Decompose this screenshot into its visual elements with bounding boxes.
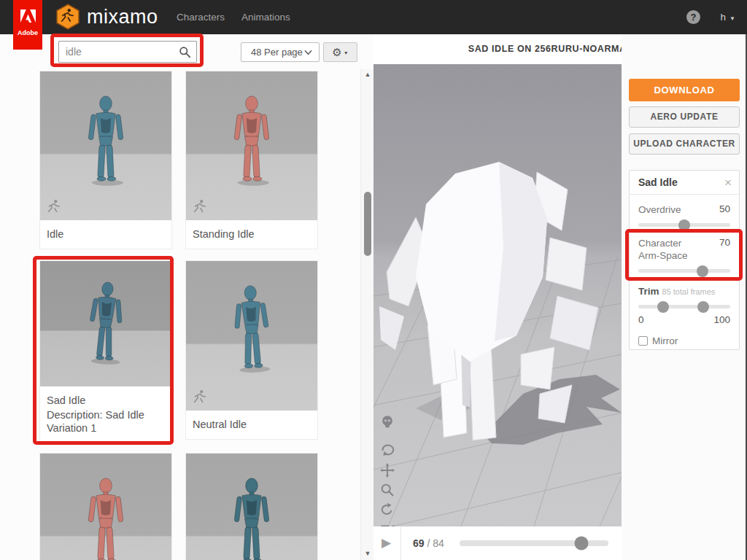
total-frames: 84 bbox=[433, 537, 444, 549]
3d-scene bbox=[374, 64, 622, 526]
top-navbar: mixamo Characters Animations ? h▼ bbox=[0, 0, 747, 34]
scroll-down-arrow[interactable]: ▼ bbox=[361, 550, 374, 557]
animation-thumbnail bbox=[40, 71, 171, 220]
runner-icon bbox=[192, 198, 208, 214]
reset-camera-icon[interactable] bbox=[379, 502, 395, 518]
scrollbar-thumb[interactable] bbox=[364, 192, 371, 256]
grid-scrollbar[interactable]: ▲ ▼ bbox=[360, 69, 374, 560]
animation-card-sad-idle[interactable]: Sad Idle Description: Sad Idle Variation… bbox=[40, 261, 171, 443]
right-sidebar: DOWNLOAD AERO UPDATE UPLOAD CHARACTER Sa… bbox=[622, 34, 747, 560]
brand-name: mixamo bbox=[87, 6, 158, 28]
trim-section: Trim85 total frames 0 100 bbox=[638, 284, 730, 325]
mannequin-figure bbox=[80, 475, 132, 560]
animation-thumbnail bbox=[40, 261, 171, 386]
user-menu[interactable]: h▼ bbox=[721, 0, 735, 34]
card-title: Sad Idle bbox=[47, 394, 165, 407]
card-description: Description: Sad Idle Variation 1 bbox=[47, 408, 165, 435]
search-icon[interactable] bbox=[179, 46, 191, 58]
mannequin-figure bbox=[80, 277, 132, 368]
runner-icon bbox=[192, 389, 208, 405]
overdrive-label: Overdrive bbox=[638, 203, 730, 216]
overdrive-value: 50 bbox=[719, 203, 730, 214]
trim-total-frames: 85 total frames bbox=[662, 287, 716, 296]
animation-card-neutral-idle[interactable]: Neutral Idle bbox=[186, 261, 317, 439]
mixamo-logo[interactable]: mixamo bbox=[55, 4, 158, 30]
card-title: Neutral Idle bbox=[193, 419, 247, 430]
trim-range-slider[interactable] bbox=[638, 305, 730, 308]
animation-card-idle[interactable]: Idle bbox=[40, 71, 171, 249]
adobe-logo[interactable]: Adobe bbox=[13, 0, 42, 50]
pan-icon[interactable] bbox=[379, 462, 395, 478]
animation-card-standing-idle[interactable]: Standing Idle bbox=[186, 71, 317, 249]
arm-space-thumb[interactable] bbox=[697, 265, 708, 277]
mannequin-figure bbox=[225, 93, 278, 189]
animation-thumbnail bbox=[186, 71, 317, 220]
card-title: Idle bbox=[47, 228, 63, 240]
mirror-row: Mirror bbox=[638, 335, 730, 346]
adobe-label: Adobe bbox=[18, 29, 38, 36]
overdrive-thumb[interactable] bbox=[678, 219, 690, 231]
mannequin-figure bbox=[80, 93, 132, 189]
nav-tab-characters[interactable]: Characters bbox=[177, 0, 225, 34]
upload-character-button[interactable]: UPLOAD CHARACTER bbox=[629, 133, 740, 155]
aero-update-button[interactable]: AERO UPDATE bbox=[629, 106, 740, 128]
animation-thumbnail bbox=[40, 454, 171, 560]
chevron-down-icon: ▼ bbox=[344, 50, 349, 55]
adobe-a-icon bbox=[20, 9, 36, 23]
per-page-select[interactable]: 48 Per page bbox=[241, 42, 320, 62]
character-3d-viewport[interactable] bbox=[374, 64, 622, 526]
mannequin-figure bbox=[225, 475, 278, 560]
divider bbox=[400, 526, 401, 560]
user-initial: h bbox=[721, 12, 727, 23]
arm-space-value: 70 bbox=[719, 237, 730, 248]
trim-start-thumb[interactable] bbox=[657, 301, 669, 313]
chevron-down-icon: ▼ bbox=[729, 15, 735, 22]
mirror-label: Mirror bbox=[652, 335, 678, 346]
download-button[interactable]: DOWNLOAD bbox=[629, 79, 740, 101]
trim-max-label: 100 bbox=[713, 314, 730, 325]
orbit-icon[interactable] bbox=[379, 442, 395, 458]
overdrive-slider[interactable] bbox=[638, 223, 730, 227]
gear-icon: ⚙ bbox=[332, 46, 341, 58]
runner-icon bbox=[46, 198, 62, 214]
chevron-down-icon bbox=[304, 50, 312, 55]
character-controls-icon[interactable] bbox=[379, 414, 395, 430]
animation-thumbnail bbox=[186, 454, 317, 560]
search-input[interactable] bbox=[66, 42, 175, 62]
animation-thumbnail bbox=[186, 261, 317, 411]
timeline-scrubber[interactable] bbox=[460, 540, 608, 546]
close-icon[interactable]: × bbox=[724, 171, 732, 195]
mixamo-hexagon-icon bbox=[55, 4, 80, 30]
per-page-value: 48 Per page bbox=[251, 47, 303, 58]
search-box bbox=[58, 41, 197, 63]
mirror-checkbox[interactable] bbox=[638, 336, 648, 346]
arm-space-slider[interactable] bbox=[638, 269, 730, 273]
zoom-icon[interactable] bbox=[379, 482, 395, 498]
scrubber-thumb[interactable] bbox=[575, 537, 589, 551]
arm-space-label: Character Arm-Space bbox=[638, 237, 703, 262]
animation-player-bar: ▶ 69 / 84 bbox=[374, 526, 622, 560]
play-button[interactable]: ▶ bbox=[382, 526, 391, 560]
nav-tab-animations[interactable]: Animations bbox=[241, 0, 290, 34]
panel-title: Sad Idle bbox=[638, 171, 678, 195]
current-frame: 69 bbox=[413, 537, 425, 549]
trim-label: Trim bbox=[638, 286, 659, 297]
mannequin-figure bbox=[225, 281, 279, 376]
animation-settings-panel: Sad Idle × Overdrive 50 Character Arm-Sp… bbox=[629, 170, 740, 350]
arm-space-slider-row: Character Arm-Space 70 bbox=[638, 237, 730, 273]
frame-counter: 69 / 84 bbox=[413, 526, 444, 560]
overdrive-slider-row: Overdrive 50 bbox=[638, 203, 730, 227]
card-title: Standing Idle bbox=[193, 228, 255, 240]
animation-card[interactable] bbox=[186, 454, 317, 560]
trim-min-label: 0 bbox=[638, 314, 644, 325]
grid-settings-button[interactable]: ⚙▼ bbox=[323, 42, 357, 62]
scroll-up-arrow[interactable]: ▲ bbox=[361, 71, 374, 78]
animation-card[interactable] bbox=[40, 454, 171, 560]
help-icon[interactable]: ? bbox=[686, 10, 700, 24]
animations-list-panel: 48 Per page ⚙▼ Idle Standing Idle Sad Id… bbox=[0, 34, 374, 560]
camera-icon[interactable] bbox=[379, 521, 395, 526]
trim-end-thumb[interactable] bbox=[697, 301, 709, 313]
frame-separator: / bbox=[427, 537, 430, 549]
